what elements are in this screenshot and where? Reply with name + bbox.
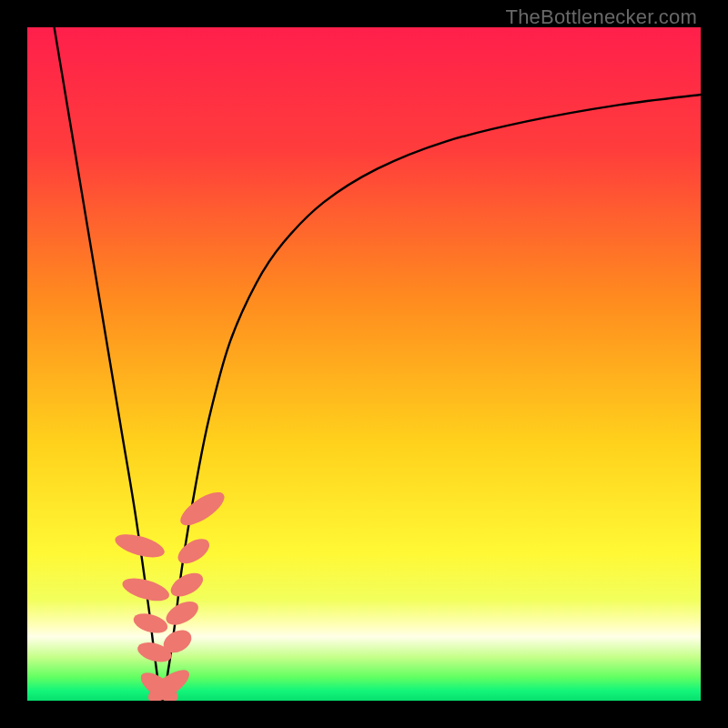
outer-frame: TheBottlenecker.com [0,0,728,728]
watermark-text: TheBottlenecker.com [506,5,697,29]
plot-area [27,27,701,701]
chart-canvas [27,27,701,701]
gradient-background [27,27,701,701]
